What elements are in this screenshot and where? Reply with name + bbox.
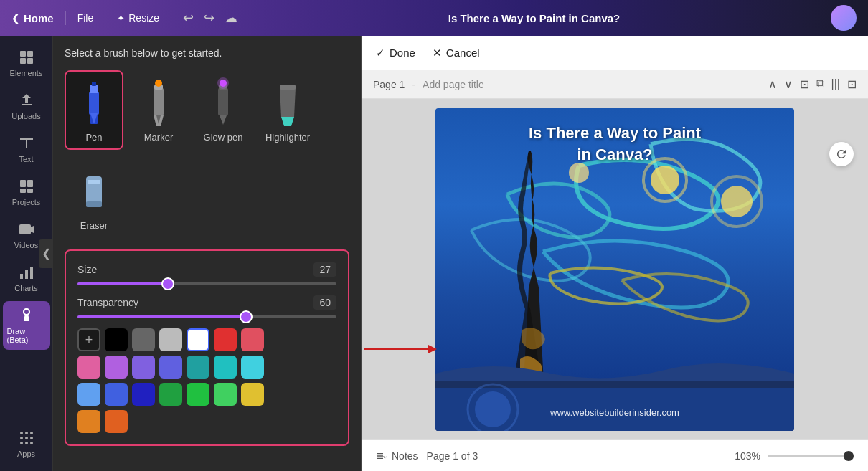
sidebar-item-draw[interactable]: Draw (Beta) — [3, 301, 50, 350]
svg-marker-37 — [281, 117, 294, 126]
uploads-icon — [18, 92, 35, 109]
size-slider-thumb[interactable] — [161, 277, 174, 290]
marker-icon — [137, 77, 180, 128]
svg-rect-4 — [20, 180, 26, 187]
svg-point-42 — [651, 166, 679, 194]
separator: - — [412, 79, 415, 90]
color-teal[interactable] — [187, 356, 209, 379]
svg-point-29 — [155, 80, 162, 87]
sidebar-item-apps[interactable]: Apps — [3, 424, 50, 464]
brush-marker[interactable]: Marker — [129, 70, 188, 150]
color-lightgray[interactable] — [159, 328, 182, 351]
svg-point-15 — [20, 437, 23, 439]
color-black[interactable] — [105, 328, 128, 351]
color-green[interactable] — [187, 383, 209, 406]
svg-rect-7 — [27, 189, 33, 193]
cancel-button[interactable]: ✕ Cancel — [433, 47, 480, 60]
zoom-control: 103% — [735, 450, 854, 462]
page-toolbar-icons: ∧ ∨ ⊡ ⧉ ||| ⊡ — [768, 77, 857, 91]
done-button[interactable]: ✓ Done — [376, 47, 415, 60]
view-icon[interactable]: ⊡ — [800, 77, 809, 91]
brush-panel-title: Select a brush below to get started. — [65, 47, 349, 59]
transparency-slider-thumb[interactable] — [240, 310, 253, 323]
brush-highlighter[interactable]: Highlighter — [258, 70, 317, 150]
add-page-title[interactable]: Add page title — [423, 79, 484, 90]
chevron-up-icon[interactable]: ∧ — [768, 77, 777, 91]
transparency-slider-section: Transparency 60 — [77, 295, 336, 318]
resize-button[interactable]: ✦ Resize — [117, 12, 159, 24]
svg-point-35 — [217, 77, 229, 89]
svg-rect-5 — [27, 180, 33, 187]
color-pink[interactable] — [77, 356, 100, 379]
color-skyblue[interactable] — [77, 383, 100, 406]
eraser-icon — [72, 166, 115, 216]
sidebar-item-uploads[interactable]: Uploads — [3, 86, 50, 126]
duplicate-icon[interactable]: ⧉ — [816, 77, 824, 91]
avatar[interactable] — [831, 5, 857, 31]
brush-pen[interactable]: Pen — [65, 70, 123, 150]
svg-point-16 — [25, 437, 28, 439]
transparency-slider-track[interactable] — [77, 315, 336, 318]
canvas-painting: Is There a Way to Paintin Canva? www.web… — [435, 108, 794, 431]
painting-title: Is There a Way to Paintin Canva? — [435, 123, 794, 167]
color-add-button[interactable]: + — [77, 328, 100, 351]
color-lightgreen[interactable] — [214, 383, 237, 406]
zoom-slider[interactable] — [768, 455, 854, 457]
zoom-thumb[interactable] — [844, 451, 854, 461]
x-icon: ✕ — [433, 47, 442, 60]
redo-icon[interactable]: ↪ — [204, 10, 214, 26]
sidebar-item-elements[interactable]: Elements — [3, 43, 50, 83]
action-bar: ✓ Done ✕ Cancel — [362, 36, 868, 70]
svg-rect-0 — [20, 51, 26, 57]
size-slider-track[interactable] — [77, 282, 336, 285]
brush-glow-pen[interactable]: Glow pen — [194, 70, 253, 150]
chevron-down-icon[interactable]: ∨ — [784, 77, 793, 91]
delete-icon[interactable]: ||| — [831, 77, 840, 91]
svg-rect-6 — [20, 189, 26, 193]
transparency-value: 60 — [313, 295, 336, 310]
color-white[interactable] — [187, 328, 209, 351]
glow-pen-label: Glow pen — [204, 132, 243, 143]
svg-point-17 — [30, 437, 33, 439]
color-darkblue[interactable] — [132, 383, 155, 406]
color-indigo[interactable] — [159, 356, 182, 379]
svg-point-13 — [25, 432, 28, 434]
file-button[interactable]: File — [77, 12, 94, 24]
svg-marker-36 — [280, 88, 296, 117]
color-yellow[interactable] — [241, 383, 264, 406]
projects-icon — [18, 178, 35, 195]
separator2 — [105, 11, 105, 25]
charts-icon — [18, 264, 35, 281]
size-slider-section: Size 27 — [77, 262, 336, 285]
brush-eraser[interactable]: Eraser — [65, 158, 123, 238]
brush-panel: Select a brush below to get started. Pen — [53, 36, 362, 471]
color-coral[interactable] — [241, 328, 264, 351]
apps-label: Apps — [17, 449, 35, 458]
color-violet[interactable] — [105, 356, 128, 379]
expand-icon[interactable]: ⊡ — [847, 77, 857, 91]
svg-rect-25 — [92, 82, 96, 86]
refresh-button[interactable] — [829, 142, 854, 166]
sidebar-item-text[interactable]: Text — [3, 129, 50, 169]
sidebar-item-projects[interactable]: Projects — [3, 172, 50, 212]
svg-rect-8 — [19, 224, 31, 234]
color-blue[interactable] — [105, 383, 128, 406]
separator — [65, 11, 66, 25]
canvas-content[interactable]: Is There a Way to Paintin Canva? www.web… — [362, 99, 868, 439]
notes-button[interactable]: Notes — [376, 450, 418, 462]
color-purple[interactable] — [132, 356, 155, 379]
color-darkorange[interactable] — [105, 410, 128, 433]
color-red[interactable] — [214, 328, 237, 351]
undo-icon[interactable]: ↩ — [183, 10, 194, 26]
svg-rect-3 — [27, 58, 33, 64]
svg-rect-38 — [280, 85, 296, 90]
sidebar-item-label: Text — [19, 155, 33, 163]
color-darkgreen[interactable] — [159, 383, 182, 406]
color-orange[interactable] — [77, 410, 100, 433]
color-cyan[interactable] — [214, 356, 237, 379]
home-button[interactable]: Home — [11, 12, 54, 24]
color-gray[interactable] — [132, 328, 155, 351]
color-lightcyan[interactable] — [241, 356, 264, 379]
cloud-icon[interactable]: ☁ — [225, 10, 237, 26]
collapse-panel-button[interactable]: ❮ — [39, 239, 53, 268]
